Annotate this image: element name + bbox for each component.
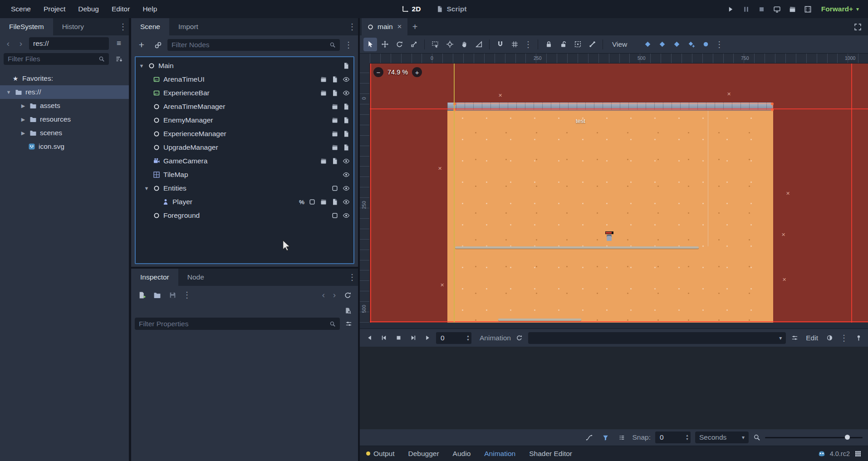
menu-help[interactable]: Help bbox=[136, 0, 163, 18]
load-resource-button[interactable] bbox=[150, 288, 164, 302]
play-from-start-button[interactable] bbox=[407, 332, 419, 344]
slider-handle[interactable] bbox=[845, 435, 850, 440]
track-list-icon[interactable] bbox=[616, 432, 628, 443]
scene-node-experiencemanager[interactable]: ExperienceManager bbox=[136, 127, 353, 141]
smart-snap-toggle[interactable] bbox=[493, 38, 507, 51]
dock-options-icon[interactable]: ⋮ bbox=[117, 23, 129, 31]
scene-node-arenatimemanager[interactable]: ArenaTimeManager bbox=[136, 100, 353, 113]
script-icon[interactable] bbox=[343, 62, 350, 69]
key-rotation-toggle[interactable] bbox=[655, 38, 669, 51]
resource-options-icon[interactable]: ⋮ bbox=[181, 291, 193, 299]
open-scene-icon[interactable] bbox=[331, 130, 338, 137]
scene-node-player[interactable]: Player % bbox=[136, 195, 353, 209]
scene-options-icon[interactable]: ⋮ bbox=[343, 41, 354, 49]
pivot-tool-button[interactable] bbox=[443, 38, 456, 51]
new-resource-button[interactable] bbox=[135, 288, 148, 302]
auto-key-toggle[interactable] bbox=[699, 38, 712, 51]
scene-node-main[interactable]: ▼ Main bbox=[136, 59, 353, 73]
nav-forward-icon[interactable]: › bbox=[16, 39, 25, 49]
unlock-node-button[interactable] bbox=[556, 38, 570, 51]
snap-spinbox[interactable]: ▲▼ bbox=[655, 432, 691, 443]
collapse-arrow-icon[interactable]: ▼ bbox=[143, 186, 150, 191]
open-scene-icon[interactable] bbox=[320, 89, 327, 97]
tab-scene[interactable]: Scene bbox=[131, 18, 169, 35]
tree-item-scenes[interactable]: ▶ scenes bbox=[0, 126, 129, 140]
expand-arrow-icon[interactable]: ▶ bbox=[20, 103, 26, 109]
open-scene-icon[interactable] bbox=[331, 103, 338, 110]
history-menu-icon[interactable] bbox=[341, 288, 354, 302]
key-scale-toggle[interactable] bbox=[670, 38, 683, 51]
menu-scene[interactable]: Scene bbox=[5, 0, 37, 18]
play-button[interactable] bbox=[724, 2, 738, 16]
group-children-icon[interactable] bbox=[309, 198, 316, 206]
scene-node-foreground[interactable]: Foreground bbox=[136, 209, 353, 222]
display-mode-icon[interactable]: ≡ bbox=[113, 37, 125, 50]
insert-key-button[interactable] bbox=[684, 38, 698, 51]
lock-node-button[interactable] bbox=[542, 38, 555, 51]
snap-input[interactable] bbox=[660, 433, 686, 441]
path-field[interactable] bbox=[29, 37, 109, 50]
frame-spinbox[interactable]: ▲▼ bbox=[436, 332, 471, 344]
script-icon[interactable] bbox=[343, 130, 350, 137]
open-scene-icon[interactable] bbox=[331, 117, 338, 124]
zoom-level[interactable]: 74.9 % bbox=[387, 69, 408, 76]
expand-arrow-icon[interactable]: ▶ bbox=[20, 130, 26, 136]
add-node-button[interactable]: + bbox=[135, 38, 148, 52]
expand-arrow-icon[interactable]: ▶ bbox=[20, 117, 26, 123]
animation-tools-icon[interactable] bbox=[789, 332, 800, 344]
animation-options-icon[interactable]: ⋮ bbox=[713, 40, 725, 49]
play-custom-scene-button[interactable] bbox=[786, 2, 799, 16]
autoplay-toggle-icon[interactable] bbox=[514, 332, 525, 344]
panel-animation[interactable]: Animation bbox=[484, 450, 515, 458]
filter-nodes-field[interactable] bbox=[167, 39, 340, 51]
scene-node-experiencebar[interactable]: ExperienceBar bbox=[136, 86, 353, 100]
ruler-tool-button[interactable] bbox=[472, 38, 485, 51]
spinbox-arrows-icon[interactable]: ▲▼ bbox=[686, 434, 689, 441]
filter-properties-input[interactable] bbox=[139, 320, 326, 328]
expand-viewport-icon[interactable] bbox=[851, 20, 864, 34]
collapse-arrow-icon[interactable]: ▼ bbox=[138, 63, 145, 69]
unique-name-icon[interactable]: % bbox=[299, 199, 304, 206]
open-scene-icon[interactable] bbox=[331, 144, 338, 151]
collapse-arrow-icon[interactable]: ▼ bbox=[5, 89, 12, 95]
filter-nodes-input[interactable] bbox=[172, 41, 326, 49]
tree-item-favorites[interactable]: ★ Favorites: bbox=[0, 72, 129, 85]
scene-tab-main[interactable]: main × bbox=[362, 18, 407, 35]
animation-select-value[interactable] bbox=[532, 334, 776, 342]
move-tool-button[interactable] bbox=[378, 38, 392, 51]
onion-options-icon[interactable]: ⋮ bbox=[838, 334, 850, 342]
selection-handle[interactable] bbox=[771, 103, 774, 105]
tab-filesystem[interactable]: FileSystem bbox=[0, 18, 53, 35]
bezier-curves-toggle[interactable] bbox=[583, 432, 595, 443]
filter-files-field[interactable] bbox=[4, 53, 109, 65]
group-children-icon[interactable] bbox=[331, 212, 338, 219]
spinbox-arrows-icon[interactable]: ▲▼ bbox=[466, 334, 470, 341]
nav-back-icon[interactable]: ‹ bbox=[4, 39, 13, 49]
workspace-tab-2d[interactable]: 2D bbox=[396, 0, 427, 18]
play-animation-button[interactable] bbox=[422, 332, 433, 344]
scene-node-entities[interactable]: ▼ Entities bbox=[136, 181, 353, 195]
pause-button[interactable] bbox=[740, 2, 753, 16]
filter-files-input[interactable] bbox=[8, 55, 95, 63]
visibility-eye-icon[interactable] bbox=[343, 212, 350, 219]
movie-maker-button[interactable] bbox=[801, 2, 815, 16]
script-icon[interactable] bbox=[343, 144, 350, 151]
play-scene-button[interactable] bbox=[770, 2, 784, 16]
panel-shader-editor[interactable]: Shader Editor bbox=[529, 450, 572, 458]
dock-options-icon[interactable]: ⋮ bbox=[346, 273, 358, 281]
update-spinner-icon[interactable] bbox=[854, 450, 862, 457]
visibility-eye-icon[interactable] bbox=[343, 198, 350, 206]
timeline-zoom-slider[interactable] bbox=[765, 434, 863, 441]
onion-skinning-toggle[interactable] bbox=[824, 332, 835, 344]
menu-debug[interactable]: Debug bbox=[72, 0, 105, 18]
edit-menu-button[interactable]: Edit bbox=[803, 334, 821, 342]
skeleton-options-button[interactable] bbox=[585, 38, 599, 51]
play-backwards-from-end-button[interactable] bbox=[378, 332, 390, 344]
script-icon[interactable] bbox=[331, 89, 338, 97]
tab-import[interactable]: Import bbox=[169, 18, 207, 35]
instance-scene-button[interactable] bbox=[151, 38, 165, 52]
list-select-tool-button[interactable] bbox=[428, 38, 442, 51]
panel-output[interactable]: Output bbox=[366, 450, 395, 458]
snap-options-icon[interactable]: ⋮ bbox=[522, 40, 534, 49]
scene-node-upgrademanager[interactable]: UpgradeManager bbox=[136, 141, 353, 154]
